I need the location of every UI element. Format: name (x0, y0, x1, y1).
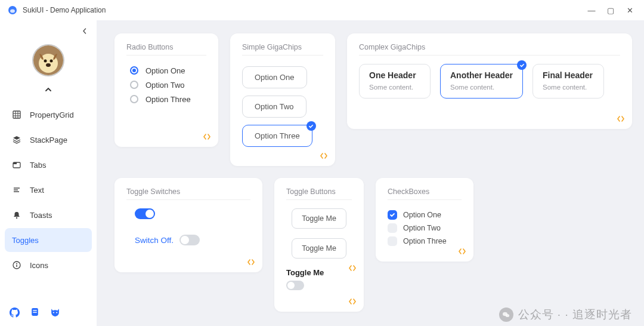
radio-option-one[interactable]: Option One (130, 64, 206, 77)
text-icon (12, 186, 21, 194)
cat-icon[interactable] (50, 307, 60, 320)
nav-item-toasts[interactable]: Toasts (5, 203, 92, 227)
main-content: Radio Buttons Option One Option Two Opti… (97, 20, 644, 326)
toggle-button-1[interactable]: Toggle Me (292, 208, 346, 229)
toggle-button-3-label: Toggle Me (286, 268, 324, 277)
radio-checked-icon (130, 66, 138, 75)
svg-rect-23 (33, 312, 36, 313)
stack-icon (12, 136, 21, 144)
toggle-button-2[interactable]: Toggle Me (292, 238, 346, 259)
svg-rect-7 (13, 111, 20, 118)
check-badge-icon (306, 121, 316, 131)
radio-unchecked-icon (130, 81, 138, 89)
code-icon[interactable] (246, 257, 256, 267)
card-title: Radio Buttons (126, 43, 206, 51)
nav-label: Toggles (12, 236, 39, 245)
card-title: Toggle Buttons (286, 187, 352, 196)
card-toggle-switches: Toggle Switches Switch Off. (114, 178, 262, 272)
switch-off-label: Switch Off. (135, 236, 174, 245)
radio-option-two[interactable]: Option Two (130, 78, 206, 91)
card-complex-gigachips: Complex GigaChips One Header Some conten… (347, 33, 632, 129)
checkbox-option-two[interactable]: Option Two (388, 222, 462, 235)
nav-item-icons[interactable]: Icons (5, 253, 92, 277)
svg-point-17 (16, 217, 17, 219)
toggle-switch-1[interactable] (135, 208, 155, 219)
card-title: Toggle Switches (126, 187, 250, 196)
svg-rect-13 (13, 162, 17, 164)
chip-option-three[interactable]: Option Three (242, 125, 312, 147)
card-title: Simple GigaChips (242, 43, 323, 51)
gigachip-another-header[interactable]: Another Header Some content. (440, 64, 523, 99)
nav-label: Toasts (30, 211, 52, 220)
svg-point-5 (50, 60, 53, 63)
gigachip-one-header[interactable]: One Header Some content. (359, 64, 431, 99)
nav-item-tabs[interactable]: Tabs (5, 153, 92, 177)
minimize-button[interactable]: — (582, 4, 601, 17)
card-title: CheckBoxes (388, 187, 462, 196)
chip-option-one[interactable]: Option One (242, 66, 307, 88)
code-icon[interactable] (318, 150, 329, 161)
nav-item-stackpage[interactable]: StackPage (5, 128, 92, 152)
chip-option-two[interactable]: Option Two (242, 96, 306, 118)
nav-label: Tabs (30, 161, 46, 170)
card-toggle-buttons: Toggle Buttons Toggle Me Toggle Me Toggl… (274, 178, 364, 312)
code-icon[interactable] (347, 296, 358, 307)
maximize-button[interactable]: ▢ (601, 4, 620, 17)
nav-label: StackPage (30, 136, 67, 144)
card-title: Complex GigaChips (359, 43, 620, 51)
docs-icon[interactable] (30, 307, 39, 320)
nav-item-propertygrid[interactable]: PropertyGrid (5, 103, 92, 127)
svg-point-24 (53, 312, 54, 313)
avatar (32, 44, 64, 76)
checkbox-unchecked-icon (388, 236, 397, 246)
radio-option-three[interactable]: Option Three (130, 93, 206, 106)
checkbox-unchecked-icon (388, 223, 397, 233)
bell-icon (12, 211, 21, 219)
nav-item-text[interactable]: Text (5, 178, 92, 202)
window-title: SukiUI - Demo Application (23, 6, 106, 14)
code-icon[interactable] (202, 131, 212, 142)
app-logo-icon (7, 5, 18, 16)
checkbox-option-three[interactable]: Option Three (388, 235, 462, 248)
radio-unchecked-icon (130, 95, 138, 103)
svg-point-25 (56, 312, 57, 313)
svg-point-27 (505, 314, 509, 317)
tab-icon (12, 161, 21, 169)
nav-item-toggles[interactable]: Toggles (5, 228, 92, 252)
wechat-icon (499, 307, 513, 322)
watermark: 公众号 · · 追逐时光者 (499, 307, 632, 322)
collapse-sidebar-button[interactable] (78, 24, 92, 38)
titlebar: SukiUI - Demo Application — ▢ ✕ (0, 0, 644, 20)
code-icon[interactable] (615, 113, 626, 124)
checkbox-option-one[interactable]: Option One (388, 208, 462, 222)
toggle-button-3-switch[interactable] (286, 281, 304, 290)
card-simple-gigachips: Simple GigaChips Option One Option Two O… (230, 33, 335, 166)
info-icon (12, 261, 21, 269)
nav-label: PropertyGrid (30, 110, 74, 119)
github-icon[interactable] (10, 307, 20, 320)
toggle-switch-2[interactable] (179, 235, 200, 245)
svg-point-1 (10, 10, 15, 13)
gigachip-final-header[interactable]: Final Header Some content. (532, 64, 604, 99)
checkbox-checked-icon (388, 210, 397, 220)
svg-point-6 (46, 63, 51, 67)
sidebar: PropertyGrid StackPage Tabs Text Toasts … (0, 20, 97, 326)
svg-rect-22 (33, 310, 36, 310)
scroll-nav-up-button[interactable] (41, 85, 55, 94)
svg-point-4 (44, 60, 47, 63)
card-radio-buttons: Radio Buttons Option One Option Two Opti… (114, 33, 218, 147)
card-checkboxes: CheckBoxes Option One Option Two Option … (376, 178, 473, 262)
code-icon[interactable] (457, 246, 467, 257)
nav-label: Icons (30, 261, 48, 270)
close-button[interactable]: ✕ (620, 4, 639, 17)
grid-icon (12, 110, 21, 119)
check-badge-icon (517, 60, 527, 70)
svg-point-19 (16, 263, 17, 265)
nav-list: PropertyGrid StackPage Tabs Text Toasts … (5, 102, 92, 278)
code-icon[interactable] (347, 263, 358, 273)
nav-label: Text (30, 186, 44, 195)
